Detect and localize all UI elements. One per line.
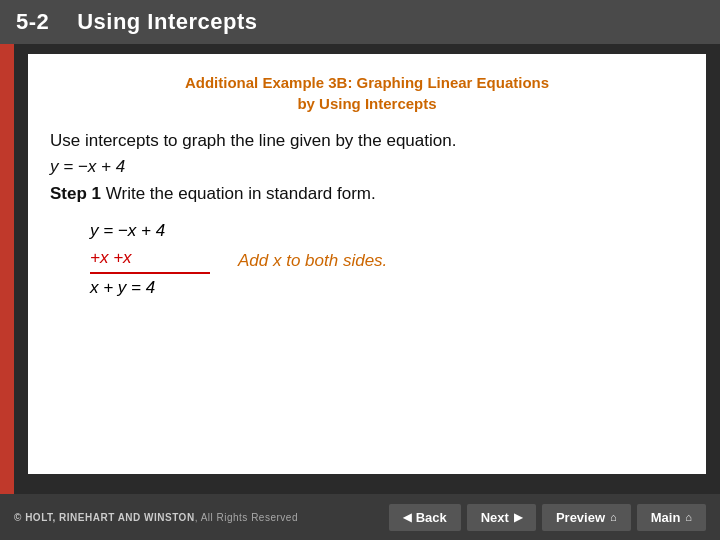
main-label: Main — [651, 510, 681, 525]
next-label: Next — [481, 510, 509, 525]
nav-buttons: ◀ Back Next ▶ Preview ⌂ Main ⌂ — [389, 504, 706, 531]
back-button[interactable]: ◀ Back — [389, 504, 461, 531]
step1-text: Write the equation in standard form. — [101, 184, 376, 203]
back-label: Back — [416, 510, 447, 525]
next-icon: ▶ — [514, 511, 522, 524]
header-bar: 5-2 Using Intercepts — [0, 0, 720, 44]
math-block: y = −x + 4 +x +x Add x to both sides. x … — [90, 217, 684, 302]
left-decorative-strip — [0, 44, 14, 494]
main-icon: ⌂ — [685, 511, 692, 523]
math-eq2: x + y = 4 — [90, 274, 155, 301]
math-line-2: +x +x Add x to both sides. — [90, 244, 684, 274]
body-intro: Use intercepts to graph the line given b… — [50, 128, 684, 154]
equation-line: y = −x + 4 — [50, 154, 684, 180]
back-icon: ◀ — [403, 511, 411, 524]
math-line-1: y = −x + 4 — [90, 217, 684, 244]
section-title-line1: Additional Example 3B: Graphing Linear E… — [185, 74, 549, 91]
math-add-note: Add x to both sides. — [238, 247, 387, 274]
equation-text: y = −x + 4 — [50, 157, 125, 176]
header-title: 5-2 Using Intercepts — [16, 9, 258, 35]
step1-line: Step 1 Write the equation in standard fo… — [50, 181, 684, 207]
content-wrapper: Additional Example 3B: Graphing Linear E… — [14, 54, 720, 474]
copyright-company: © HOLT, RINEHART AND WINSTON — [14, 512, 195, 523]
math-eq1: y = −x + 4 — [90, 217, 165, 244]
preview-label: Preview — [556, 510, 605, 525]
math-add-x: +x +x — [90, 244, 210, 274]
slide-title: Using Intercepts — [77, 9, 257, 34]
slide-number: 5-2 — [16, 9, 49, 34]
bottom-bar: © HOLT, RINEHART AND WINSTON, All Rights… — [0, 494, 720, 540]
preview-button[interactable]: Preview ⌂ — [542, 504, 631, 531]
preview-icon: ⌂ — [610, 511, 617, 523]
main-button[interactable]: Main ⌂ — [637, 504, 706, 531]
copyright: © HOLT, RINEHART AND WINSTON, All Rights… — [14, 512, 298, 523]
intro-text: Use intercepts to graph the line given b… — [50, 131, 456, 150]
next-button[interactable]: Next ▶ — [467, 504, 536, 531]
copyright-text: , All Rights Reserved — [195, 512, 298, 523]
main-content: Additional Example 3B: Graphing Linear E… — [28, 54, 706, 474]
step1-label: Step 1 — [50, 184, 101, 203]
section-title: Additional Example 3B: Graphing Linear E… — [50, 72, 684, 114]
math-line-3: x + y = 4 — [90, 274, 684, 301]
section-title-line2: by Using Intercepts — [297, 95, 436, 112]
